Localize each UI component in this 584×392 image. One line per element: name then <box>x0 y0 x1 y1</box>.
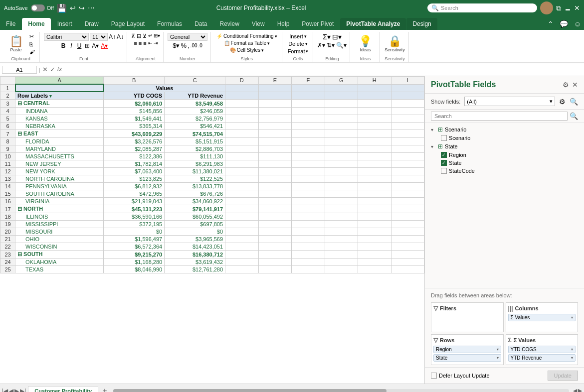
sensitivity-button[interactable]: 🔒 Sensitivity <box>384 35 405 53</box>
pivot-search-input[interactable] <box>431 112 568 121</box>
cell-i23[interactable] <box>391 251 424 259</box>
cell-d22[interactable] <box>225 243 258 251</box>
cell-h2[interactable] <box>358 92 391 100</box>
cell-c13[interactable]: $122,525 <box>165 175 225 183</box>
font-color-button[interactable]: A▾ <box>101 42 108 49</box>
pivot-gear-icon[interactable]: ⚙ <box>563 81 569 89</box>
cell-f2[interactable] <box>292 92 325 100</box>
table-row[interactable]: 19MISSISSIPPI$372,195$697,805 <box>0 221 424 228</box>
cell-h6[interactable] <box>358 123 391 130</box>
cell-f15[interactable] <box>292 190 325 198</box>
state-child[interactable]: ✓ State <box>431 159 578 167</box>
cell-h10[interactable] <box>358 153 391 160</box>
cell-e15[interactable] <box>258 190 291 198</box>
cell-f20[interactable] <box>292 228 325 236</box>
cell-g1[interactable] <box>325 84 358 92</box>
values-chip[interactable]: Σ Values ▾ <box>508 314 576 321</box>
minimize-icon[interactable]: 🗕 <box>564 4 571 12</box>
number-format-dropdown[interactable]: General <box>168 33 207 41</box>
cell-i17[interactable] <box>391 205 424 213</box>
underline-button[interactable]: U <box>76 42 83 50</box>
cell-g3[interactable] <box>325 100 358 108</box>
cell-b9[interactable]: $2,085,287 <box>104 145 165 153</box>
cell-h1[interactable] <box>358 84 391 92</box>
cell-b16[interactable]: $21,919,043 <box>104 198 165 205</box>
statecode-checkbox[interactable] <box>441 168 447 174</box>
cell-e12[interactable] <box>258 168 291 175</box>
cell-b8[interactable]: $3,226,576 <box>104 138 165 145</box>
copy-button[interactable]: ⎘ <box>28 41 36 48</box>
clear-icon[interactable]: ✗▾ <box>317 42 325 49</box>
pivot-show-fields-dropdown[interactable]: (All) ▾ <box>464 97 555 106</box>
formula-input[interactable] <box>64 67 582 73</box>
table-row[interactable]: 6NEBRASKA$365,314$546,421 <box>0 123 424 130</box>
ribbon-share-icon[interactable]: ☺ <box>571 18 584 30</box>
scenario-group[interactable]: ▾ ⊞ Scenario <box>431 125 578 134</box>
cell-e5[interactable] <box>258 115 291 123</box>
sheet-nav-next[interactable]: ▶ <box>14 388 19 392</box>
tab-formulas[interactable]: Formulas <box>151 18 188 30</box>
region-checkbox[interactable]: ✓ <box>441 152 447 158</box>
cell-e23[interactable] <box>258 251 291 259</box>
format-button[interactable]: Format ▾ <box>286 48 310 55</box>
cell-g22[interactable] <box>325 243 358 251</box>
cell-b15[interactable]: $472,965 <box>104 190 165 198</box>
cell-b5[interactable]: $1,549,441 <box>104 115 165 123</box>
cell-a5[interactable]: KANSAS <box>15 115 104 123</box>
cell-d10[interactable] <box>225 153 258 160</box>
table-row[interactable]: 2Row Labels ▾YTD COGSYTD Revenue <box>0 92 424 100</box>
cell-d7[interactable] <box>225 130 258 138</box>
table-row[interactable]: 21OHIO$1,596,497$3,965,569 <box>0 236 424 243</box>
cell-a20[interactable]: MISSOURI <box>15 228 104 236</box>
cell-b25[interactable]: $8,046,990 <box>104 266 165 273</box>
tab-home[interactable]: Home <box>22 18 50 30</box>
cell-e20[interactable] <box>258 228 291 236</box>
cell-e19[interactable] <box>258 221 291 228</box>
cell-c14[interactable]: $13,833,778 <box>165 183 225 190</box>
cell-g6[interactable] <box>325 123 358 130</box>
pivot-settings-icon[interactable]: ⚙ <box>559 98 566 106</box>
cell-d19[interactable] <box>225 221 258 228</box>
decrease-font-icon[interactable]: A↓ <box>117 33 124 40</box>
table-row[interactable]: 14PENNSYLVANIA$6,812,932$13,833,778 <box>0 183 424 190</box>
table-row[interactable]: 22WISCONSIN$6,572,364$14,423,051 <box>0 243 424 251</box>
cell-a12[interactable]: NEW YORK <box>15 168 104 175</box>
cell-g24[interactable] <box>325 259 358 266</box>
cell-f22[interactable] <box>292 243 325 251</box>
cell-c9[interactable]: $2,886,703 <box>165 145 225 153</box>
cell-h25[interactable] <box>358 266 391 273</box>
cell-d11[interactable] <box>225 160 258 168</box>
cell-d25[interactable] <box>225 266 258 273</box>
cell-h24[interactable] <box>358 259 391 266</box>
tab-data[interactable]: Data <box>189 18 213 30</box>
cell-f9[interactable] <box>292 145 325 153</box>
cell-d6[interactable] <box>225 123 258 130</box>
cell-e3[interactable] <box>258 100 291 108</box>
tab-file[interactable]: File <box>0 18 21 30</box>
col-header-d[interactable]: D <box>225 77 258 85</box>
pivot-close-icon[interactable]: ✕ <box>572 81 578 89</box>
cell-d2[interactable] <box>225 92 258 100</box>
autosum-icon[interactable]: Σ▾ <box>323 33 331 41</box>
cell-e11[interactable] <box>258 160 291 168</box>
col-header-g[interactable]: G <box>325 77 358 85</box>
cell-f3[interactable] <box>292 100 325 108</box>
format-painter-button[interactable]: 🖌 <box>28 48 36 55</box>
cell-g10[interactable] <box>325 153 358 160</box>
cell-h7[interactable] <box>358 130 391 138</box>
cell-b1[interactable]: Values <box>104 84 225 92</box>
cell-b4[interactable]: $145,856 <box>104 108 165 115</box>
col-header-i[interactable]: I <box>391 77 424 85</box>
increase-decimal-icon[interactable]: .00 <box>191 43 197 48</box>
table-row[interactable]: 11NEW JERSEY$1,782,814$6,291,983 <box>0 160 424 168</box>
align-top-icon[interactable]: ⊼ <box>131 33 135 39</box>
cell-a10[interactable]: MASSACHUSETTS <box>15 153 104 160</box>
cell-f4[interactable] <box>292 108 325 115</box>
cell-e10[interactable] <box>258 153 291 160</box>
cell-c5[interactable]: $2,756,979 <box>165 115 225 123</box>
pivot-area-filters[interactable]: ▽ Filters <box>431 302 504 332</box>
horizontal-scroll-area[interactable] <box>111 389 572 392</box>
cell-d13[interactable] <box>225 175 258 183</box>
cell-e6[interactable] <box>258 123 291 130</box>
cell-c11[interactable]: $6,291,983 <box>165 160 225 168</box>
